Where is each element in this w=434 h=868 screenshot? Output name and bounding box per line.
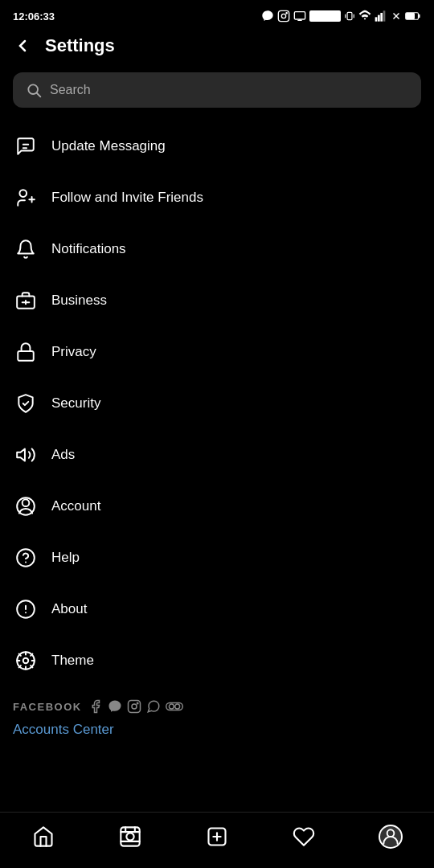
back-button[interactable]	[13, 36, 32, 55]
nav-heart[interactable]	[285, 817, 323, 856]
svg-rect-9	[375, 17, 378, 21]
svg-point-49	[169, 704, 174, 709]
reels-icon	[119, 825, 141, 848]
svg-point-2	[286, 13, 287, 14]
menu-label-privacy: Privacy	[51, 344, 96, 360]
menu-item-help[interactable]: Help	[6, 532, 428, 583]
menu-label-theme: Theme	[51, 653, 94, 669]
menu-item-security[interactable]: Security	[6, 378, 428, 429]
svg-rect-11	[380, 13, 383, 22]
status-icons: VoLTE	[261, 10, 421, 23]
menu-item-ads[interactable]: Ads	[6, 429, 428, 481]
notifications-icon	[13, 236, 39, 262]
facebook-social-icons	[88, 699, 183, 714]
svg-rect-12	[383, 10, 386, 21]
business-icon	[13, 288, 39, 313]
wifi-icon	[358, 10, 371, 23]
avatar-icon	[380, 825, 401, 848]
follow-invite-icon	[13, 185, 39, 211]
svg-rect-17	[418, 14, 420, 18]
svg-point-1	[281, 14, 285, 18]
vr-headset-icon	[166, 701, 183, 712]
battery-icon	[405, 10, 421, 22]
menu-label-follow-invite: Follow and Invite Friends	[51, 190, 203, 206]
search-icon	[26, 82, 42, 98]
instagram-icon	[277, 10, 290, 23]
menu-item-follow-invite[interactable]: Follow and Invite Friends	[6, 172, 428, 223]
svg-point-50	[174, 704, 179, 709]
nav-profile[interactable]	[371, 817, 410, 856]
facebook-section: FACEBOOK	[0, 686, 434, 744]
nav-home[interactable]	[24, 817, 63, 856]
svg-rect-45	[128, 701, 140, 713]
security-icon	[13, 391, 39, 416]
svg-point-28	[23, 499, 30, 506]
menu-label-update-messaging: Update Messaging	[51, 138, 166, 154]
ads-icon	[13, 442, 39, 468]
menu-item-theme[interactable]: Theme	[6, 635, 428, 686]
menu-label-notifications: Notifications	[51, 241, 126, 257]
menu-label-help: Help	[51, 550, 80, 566]
help-icon	[13, 545, 39, 571]
search-placeholder: Search	[50, 83, 91, 97]
svg-point-52	[126, 833, 133, 840]
back-arrow-icon	[13, 36, 32, 55]
messenger-fb-icon	[108, 699, 122, 714]
whatsapp-icon	[146, 699, 161, 714]
messenger-icon	[261, 10, 274, 23]
profile-avatar	[379, 825, 403, 849]
about-icon	[13, 596, 39, 622]
svg-rect-10	[378, 15, 380, 22]
nav-reels[interactable]	[111, 817, 149, 856]
search-bar[interactable]: Search	[13, 72, 421, 108]
facebook-icon	[88, 699, 103, 714]
svg-point-47	[137, 702, 138, 704]
menu-label-security: Security	[51, 395, 100, 411]
menu-label-account: Account	[51, 498, 100, 514]
menu-item-update-messaging[interactable]: Update Messaging	[6, 121, 428, 172]
bottom-nav	[0, 812, 434, 868]
svg-point-46	[132, 704, 137, 709]
heart-icon	[293, 825, 315, 848]
facebook-label: FACEBOOK	[13, 699, 421, 714]
nav-add[interactable]	[198, 817, 236, 856]
no-signal-icon	[391, 10, 402, 22]
volte-badge: VoLTE	[309, 10, 341, 22]
svg-rect-16	[406, 13, 414, 18]
svg-rect-6	[347, 12, 352, 19]
menu-item-privacy[interactable]: Privacy	[6, 326, 428, 378]
settings-menu: Update Messaging Follow and Invite Frien…	[0, 121, 434, 686]
theme-icon	[13, 648, 39, 674]
status-bar: 12:06:33 VoLTE	[0, 0, 434, 29]
page-title: Settings	[45, 35, 115, 56]
status-time: 12:06:33	[13, 10, 55, 23]
account-icon	[13, 493, 39, 519]
screen-icon	[293, 10, 306, 23]
svg-rect-0	[278, 10, 289, 21]
svg-point-30	[17, 549, 35, 567]
svg-rect-51	[121, 827, 139, 845]
vibrate-icon	[344, 10, 355, 22]
menu-item-business[interactable]: Business	[6, 275, 428, 326]
menu-label-ads: Ads	[51, 447, 75, 463]
svg-point-36	[23, 658, 29, 664]
svg-line-19	[37, 93, 41, 97]
menu-label-about: About	[51, 601, 87, 617]
menu-item-about[interactable]: About	[6, 583, 428, 635]
header: Settings	[0, 29, 434, 66]
svg-point-20	[19, 190, 27, 197]
privacy-icon	[13, 339, 39, 365]
menu-label-business: Business	[51, 293, 107, 309]
svg-rect-26	[18, 351, 34, 361]
svg-marker-27	[17, 448, 25, 461]
svg-point-60	[387, 829, 395, 837]
accounts-center-link[interactable]: Accounts Center	[13, 722, 421, 738]
menu-item-account[interactable]: Account	[6, 481, 428, 532]
instagram-fb-icon	[127, 699, 141, 714]
search-container: Search	[13, 72, 421, 108]
add-icon	[206, 825, 228, 848]
menu-item-notifications[interactable]: Notifications	[6, 223, 428, 275]
svg-rect-3	[294, 12, 305, 19]
signal-icon	[375, 10, 387, 23]
home-icon	[32, 825, 55, 848]
